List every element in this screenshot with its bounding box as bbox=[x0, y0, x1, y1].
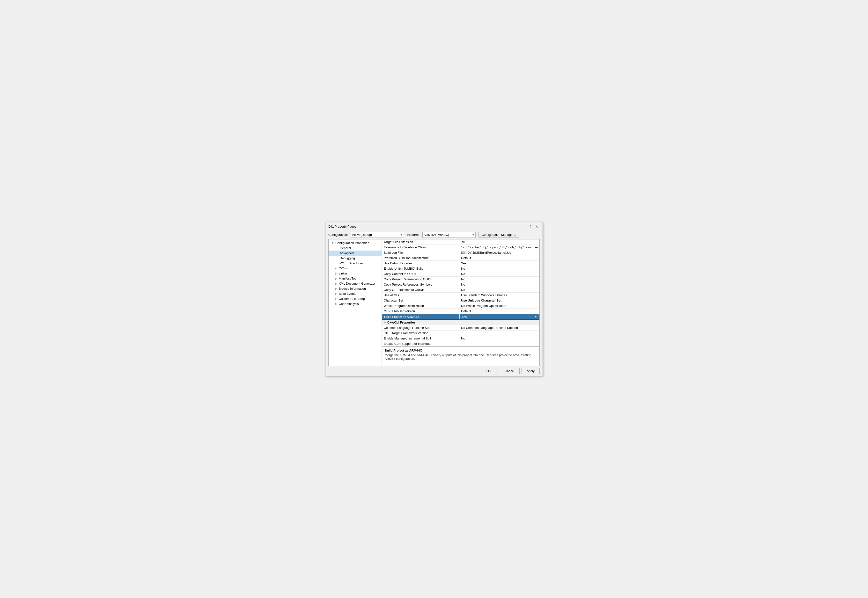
config-dropdown[interactable]: Active(Debug) ▼ bbox=[351, 232, 404, 238]
tree-item-browse-info[interactable]: ▷Browse Information bbox=[328, 286, 382, 291]
platform-dropdown[interactable]: Active(ARM64EC) ▼ bbox=[423, 232, 475, 238]
tree-item-custom-build[interactable]: ▷Custom Build Step bbox=[328, 296, 382, 301]
config-row: Configuration: Active(Debug) ▼ Platform:… bbox=[325, 230, 543, 239]
config-manager-button[interactable]: Configuration Manager... bbox=[478, 232, 519, 238]
prop-value-text: Default bbox=[461, 256, 471, 260]
tree-label: General bbox=[340, 246, 351, 250]
description-title: Build Project as ARM64X bbox=[385, 349, 537, 352]
prop-value-cell: Use Standard Windows Libraries bbox=[459, 293, 540, 298]
cancel-button[interactable]: Cancel bbox=[500, 368, 520, 374]
prop-name-label: Common Language Runtime Sup bbox=[382, 325, 459, 330]
close-button[interactable]: ✕ bbox=[534, 224, 540, 229]
ok-button[interactable]: OK bbox=[480, 368, 498, 374]
tree-label: Configuration Properties bbox=[335, 241, 369, 245]
expand-icon: ▷ bbox=[335, 267, 337, 270]
tree-label: Debugging bbox=[340, 256, 355, 260]
prop-row-pref-build: Preferred Build Tool Architecture Defaul… bbox=[382, 256, 540, 261]
prop-value-text: No bbox=[461, 288, 465, 292]
prop-value-cell: No bbox=[459, 287, 540, 292]
prop-name-label: Copy C++ Runtime to OutDir bbox=[382, 287, 459, 292]
prop-value-cell: No bbox=[459, 271, 540, 277]
tree-label: VC++ Directories bbox=[340, 262, 364, 265]
description-panel: Build Project as ARM64X Merge the ARM64 … bbox=[382, 347, 540, 366]
section-name: C++/CLI Properties bbox=[387, 321, 415, 324]
prop-value-text: $(IntDir)$(MSBuildProjectName).log bbox=[461, 251, 511, 254]
right-panel: Target File Extension .dll Extensions to… bbox=[382, 239, 540, 366]
tree-item-linker[interactable]: ▷Linker bbox=[328, 271, 382, 276]
prop-row-unity-build: Enable Unity (JUMBO) Build No bbox=[382, 266, 540, 271]
prop-name-label: Copy Content to OutDir bbox=[382, 271, 459, 277]
prop-value-cell[interactable]: Yes▼ bbox=[460, 314, 539, 319]
prop-name-label: Extensions to Delete on Clean bbox=[382, 245, 459, 250]
config-arrow-icon: ▼ bbox=[400, 233, 403, 236]
prop-row-copy-cpp-rt: Copy C++ Runtime to OutDir No bbox=[382, 287, 540, 293]
tree-label: Advanced bbox=[340, 251, 354, 255]
prop-row-build-arm64x[interactable]: Build Project as ARM64X Yes▼ bbox=[382, 314, 540, 320]
prop-name-label: Copy Project References to OutDi bbox=[382, 277, 459, 282]
prop-value-text: No Common Language Runtime Support bbox=[461, 326, 518, 330]
tree-item-code-analysis[interactable]: ▷Code Analysis bbox=[328, 301, 382, 306]
prop-value-text: *.cdf;*.cache;*.obj;*.obj.enc;*.ilk;*.ip… bbox=[461, 245, 540, 249]
expand-icon: ▼ bbox=[331, 242, 334, 244]
prop-name-label: Target File Extension bbox=[382, 239, 459, 245]
prop-row-ext-delete: Extensions to Delete on Clean *.cdf;*.ca… bbox=[382, 245, 540, 250]
tree-item-advanced[interactable]: Advanced bbox=[328, 251, 382, 256]
platform-label: Platform: bbox=[407, 233, 420, 236]
expand-icon: ▷ bbox=[335, 287, 337, 290]
tree-item-cpp[interactable]: ▷C/C++ bbox=[328, 266, 382, 271]
prop-value-text: No bbox=[461, 272, 465, 276]
prop-name-label: Enable Unity (JUMBO) Build bbox=[382, 266, 459, 271]
dropdown-arrow-icon: ▼ bbox=[535, 315, 537, 318]
prop-value-cell: No bbox=[459, 277, 540, 282]
tree-item-debugging[interactable]: Debugging bbox=[328, 256, 382, 261]
prop-value-cell bbox=[459, 341, 540, 346]
prop-row-clr-support: Common Language Runtime Sup No Common La… bbox=[382, 325, 540, 330]
prop-row-use-debug: Use Debug Libraries Yes bbox=[382, 261, 540, 266]
prop-name-label: Copy Project References' Symbols bbox=[382, 282, 459, 287]
expand-icon: ▷ bbox=[335, 302, 337, 305]
prop-row-char-set: Character Set Use Unicode Character Set bbox=[382, 298, 540, 303]
prop-name-label: Use of MFC bbox=[382, 293, 459, 298]
prop-row-build-log: Build Log File $(IntDir)$(MSBuildProject… bbox=[382, 250, 540, 256]
tree-item-vc-dirs[interactable]: VC++ Directories bbox=[328, 261, 382, 266]
prop-row-msvc-toolset: MSVC Toolset Version Default bbox=[382, 308, 540, 314]
tree-item-config-props[interactable]: ▼Configuration Properties bbox=[328, 241, 382, 245]
properties-table: Target File Extension .dll Extensions to… bbox=[382, 239, 540, 347]
prop-value-cell: *.cdf;*.cache;*.obj;*.obj.enc;*.ilk;*.ip… bbox=[459, 245, 540, 250]
config-label: Configuration: bbox=[328, 233, 348, 236]
prop-row-clr-individual: Enable CLR Support for Individual bbox=[382, 341, 540, 347]
prop-value-cell: .dll bbox=[459, 239, 540, 245]
platform-arrow-icon: ▼ bbox=[472, 233, 474, 236]
prop-value-cell: No bbox=[459, 282, 540, 287]
section-expand-icon: ▼ bbox=[384, 321, 386, 324]
prop-value-cell: Default bbox=[459, 308, 540, 314]
main-area: ▼Configuration PropertiesGeneralAdvanced… bbox=[328, 239, 540, 366]
prop-value-cell: No bbox=[459, 266, 540, 271]
prop-name-label: Whole Program Optimization bbox=[382, 303, 459, 308]
tree-item-xml-doc[interactable]: ▷XML Document Generator bbox=[328, 281, 382, 286]
prop-row-copy-content: Copy Content to OutDir No bbox=[382, 271, 540, 277]
config-value: Active(Debug) bbox=[352, 233, 372, 236]
prop-row-target-ext: Target File Extension .dll bbox=[382, 239, 540, 245]
prop-value-text: No Whole Program Optimization bbox=[461, 304, 506, 308]
prop-row-wpo: Whole Program Optimization No Whole Prog… bbox=[382, 303, 540, 308]
tree-item-general[interactable]: General bbox=[328, 245, 382, 251]
section-label: ▼ C++/CLI Properties bbox=[382, 320, 540, 325]
expand-icon: ▷ bbox=[335, 282, 337, 285]
apply-button[interactable]: Apply bbox=[522, 368, 540, 374]
left-panel: ▼Configuration PropertiesGeneralAdvanced… bbox=[328, 239, 382, 366]
tree-item-manifest-tool[interactable]: ▷Manifest Tool bbox=[328, 276, 382, 281]
prop-value-cell: Use Unicode Character Set bbox=[459, 298, 540, 303]
expand-icon: ▷ bbox=[335, 292, 337, 295]
tree-item-build-events[interactable]: ▷Build Events bbox=[328, 291, 382, 296]
platform-value: Active(ARM64EC) bbox=[424, 233, 449, 236]
prop-value-cell: Yes bbox=[459, 261, 540, 266]
prop-value-cell: Default bbox=[459, 256, 540, 260]
expand-icon: ▷ bbox=[335, 277, 337, 280]
prop-value-text: No bbox=[461, 277, 465, 281]
help-button[interactable]: ? bbox=[528, 224, 533, 229]
prop-row-cpp-cli-section: ▼ C++/CLI Properties bbox=[382, 320, 540, 325]
prop-name-label: Build Project as ARM64X bbox=[382, 314, 460, 319]
prop-value-cell bbox=[459, 330, 540, 336]
prop-name-label: Preferred Build Tool Architecture bbox=[382, 256, 459, 260]
